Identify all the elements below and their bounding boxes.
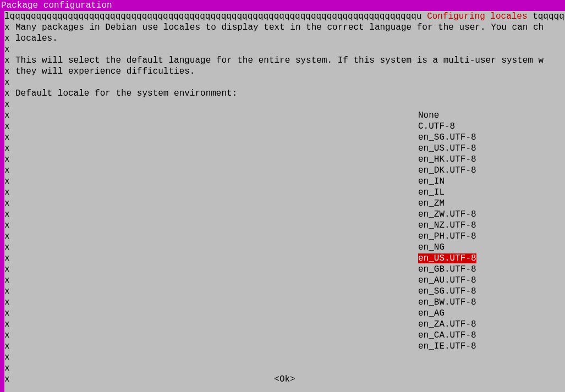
locale-row[interactable]: en_ZA.UTF-8	[4, 319, 565, 330]
dialog-title: Configuring locales	[427, 12, 527, 21]
locale-item[interactable]: en_PH.UTF-8	[418, 231, 476, 241]
locale-row[interactable]: en_NG	[4, 242, 565, 253]
locale-row[interactable]: en_DK.UTF-8	[4, 165, 565, 176]
border-x: x	[4, 88, 10, 99]
locale-row[interactable]: en_IL	[4, 187, 565, 198]
locale-item[interactable]: en_SG.UTF-8	[418, 132, 476, 142]
locale-list[interactable]: NoneC.UTF-8en_SG.UTF-8en_US.UTF-8en_HK.U…	[4, 110, 565, 352]
locale-item[interactable]: en_ZW.UTF-8	[418, 209, 476, 219]
dialog-body: Many packages in Debian use locales to d…	[15, 22, 565, 99]
locale-row[interactable]: en_ZM	[4, 198, 565, 209]
border-x: x	[4, 352, 10, 363]
locale-item[interactable]: en_IE.UTF-8	[418, 341, 476, 351]
locale-row[interactable]: en_SG.UTF-8	[4, 132, 565, 143]
locale-row[interactable]: en_AU.UTF-8	[4, 275, 565, 286]
locale-row[interactable]: en_US.UTF-8	[4, 253, 565, 264]
locale-item[interactable]: en_IL	[418, 187, 445, 197]
titlebar: Package configuration	[0, 0, 565, 11]
locale-row[interactable]: en_CA.UTF-8	[4, 330, 565, 341]
ok-button-row: <Ok>	[4, 374, 565, 385]
border-x: x	[4, 44, 10, 55]
border-x: x	[4, 55, 10, 66]
locale-row[interactable]: en_HK.UTF-8	[4, 154, 565, 165]
locale-item[interactable]: en_BW.UTF-8	[418, 297, 476, 307]
locale-row[interactable]: en_SG.UTF-8	[4, 286, 565, 297]
body-line: This will select the default language fo…	[15, 55, 565, 66]
border-x: x	[4, 33, 10, 44]
locale-item[interactable]: en_HK.UTF-8	[418, 154, 476, 164]
border-left-q: lqqqqqqqqqqqqqqqqqqqqqqqqqqqqqqqqqqqqqqq…	[4, 12, 427, 21]
titlebar-text: Package configuration	[1, 1, 112, 10]
locale-row[interactable]: en_AG	[4, 308, 565, 319]
locale-row[interactable]: en_US.UTF-8	[4, 143, 565, 154]
ok-button[interactable]: <Ok>	[274, 374, 295, 384]
locale-item[interactable]: en_DK.UTF-8	[418, 165, 476, 175]
locale-row[interactable]: en_GB.UTF-8	[4, 264, 565, 275]
locale-item[interactable]: None	[418, 111, 439, 120]
border-x: x	[4, 77, 10, 88]
locale-item[interactable]: en_ZM	[418, 198, 445, 208]
border-x: x	[4, 22, 10, 33]
locale-row[interactable]: en_IN	[4, 176, 565, 187]
locale-row[interactable]: en_NZ.UTF-8	[4, 220, 565, 231]
locale-item[interactable]: en_SG.UTF-8	[418, 286, 476, 296]
border-x: x	[4, 363, 10, 374]
body-line: they will experience difficulties.	[15, 66, 565, 77]
locale-item[interactable]: en_GB.UTF-8	[418, 264, 476, 274]
body-line: Default locale for the system environmen…	[15, 88, 565, 99]
locale-item[interactable]: en_NZ.UTF-8	[418, 220, 476, 230]
border-x: x	[4, 66, 10, 77]
body-line: locales.	[15, 33, 565, 44]
locale-item[interactable]: en_ZA.UTF-8	[418, 319, 476, 329]
locale-item-selected[interactable]: en_US.UTF-8	[418, 253, 476, 263]
locale-item[interactable]: en_AG	[418, 308, 445, 318]
dialog-content: lqqqqqqqqqqqqqqqqqqqqqqqqqqqqqqqqqqqqqqq…	[4, 11, 565, 22]
locale-row[interactable]: None	[4, 110, 565, 121]
border-right-q: tqqqqqqqqqqqq	[528, 12, 565, 21]
locale-item[interactable]: en_CA.UTF-8	[418, 330, 476, 340]
locale-item[interactable]: en_NG	[418, 242, 445, 252]
locale-row[interactable]: en_BW.UTF-8	[4, 297, 565, 308]
body-line	[15, 77, 565, 88]
border-x: x	[4, 99, 10, 110]
locale-item[interactable]: en_IN	[418, 176, 445, 186]
locale-item[interactable]: en_AU.UTF-8	[418, 275, 476, 285]
locale-row[interactable]: en_PH.UTF-8	[4, 231, 565, 242]
locale-item[interactable]: C.UTF-8	[418, 122, 455, 131]
locale-row[interactable]: C.UTF-8	[4, 121, 565, 132]
locale-item[interactable]: en_US.UTF-8	[418, 143, 476, 153]
body-line: Many packages in Debian use locales to d…	[15, 22, 565, 33]
locale-row[interactable]: en_ZW.UTF-8	[4, 209, 565, 220]
locale-row[interactable]: en_IE.UTF-8	[4, 341, 565, 352]
dialog-border-top: lqqqqqqqqqqqqqqqqqqqqqqqqqqqqqqqqqqqqqqq…	[4, 11, 565, 22]
left-edge	[0, 11, 4, 392]
body-line	[15, 44, 565, 55]
